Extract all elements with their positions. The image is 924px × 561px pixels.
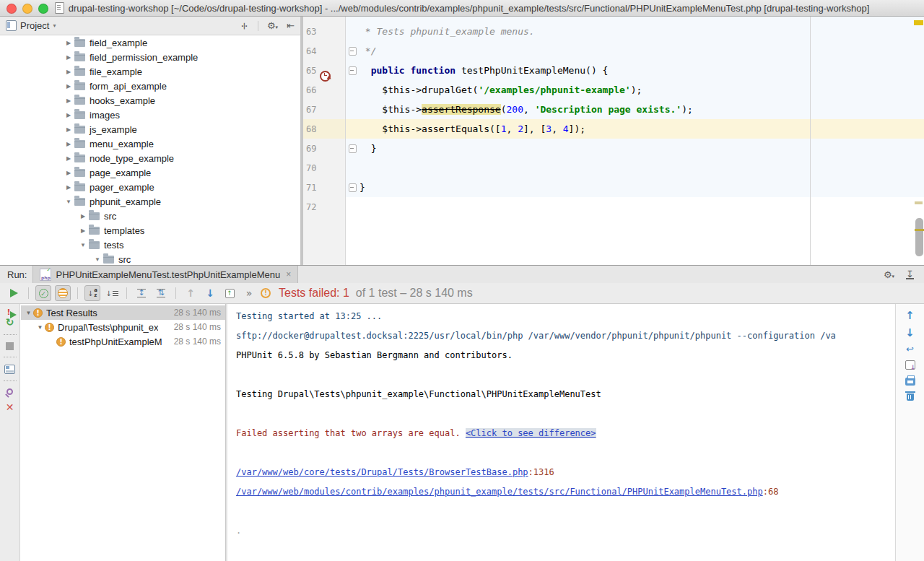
console-file-link[interactable]: /var/www/web/modules/contrib/examples/ph… (236, 487, 763, 497)
editor-line[interactable]: 63 * Tests phpunit_example menus. (303, 22, 924, 41)
editor-line[interactable]: 71} (303, 178, 924, 197)
editor-line[interactable]: 66 $this->drupalGet('/examples/phpunit-e… (303, 80, 924, 100)
chevron-collapsed-icon[interactable]: ▶ (64, 170, 74, 176)
close-window-button[interactable] (6, 4, 17, 14)
sort-alphabetically-toggle[interactable]: ↓az (84, 285, 100, 301)
project-tree-item[interactable]: ▼src (0, 252, 300, 265)
chevron-expanded-icon[interactable]: ▼ (78, 242, 88, 248)
code-text[interactable]: } (359, 182, 924, 193)
project-tree-item[interactable]: ▶templates (0, 223, 300, 238)
rerun-button[interactable] (6, 285, 22, 301)
chevron-collapsed-icon[interactable]: ▶ (64, 141, 74, 147)
hide-run-panel-icon[interactable]: ↧ (906, 270, 914, 279)
close-tab-icon[interactable]: × (286, 269, 291, 279)
expand-all-button[interactable]: ↕ (134, 285, 149, 301)
test-tree-item[interactable]: ▼!Test Results28 s 140 ms (21, 305, 225, 320)
test-tree-item[interactable]: !testPhpUnitExampleM28 s 140 ms (21, 334, 225, 349)
project-tree[interactable]: ▶field_example▶field_permission_example▶… (0, 35, 300, 265)
editor-scrollbar-thumb[interactable] (915, 218, 923, 256)
project-tree-item[interactable]: ▶src (0, 209, 300, 223)
file-status-warning-mark[interactable] (914, 20, 923, 25)
restore-layout-icon[interactable] (4, 365, 15, 374)
chevron-collapsed-icon[interactable]: ▶ (64, 126, 74, 133)
project-tree-item[interactable]: ▶pager_example (0, 180, 300, 194)
editor-line[interactable]: 68 $this->assertEquals([1, 2], [3, 4]); (303, 119, 924, 139)
chevron-collapsed-icon[interactable]: ▶ (64, 83, 74, 90)
chevron-collapsed-icon[interactable]: ▶ (64, 69, 74, 75)
minimize-window-button[interactable] (22, 4, 32, 14)
chevron-expanded-icon[interactable]: ▼ (92, 256, 103, 263)
close-run-panel-icon[interactable]: ✕ (6, 401, 14, 413)
warning-stripe-mark[interactable] (915, 201, 923, 204)
collapse-all-button[interactable]: ⇅ (153, 285, 169, 301)
next-failed-test-button[interactable]: ↓ (202, 285, 218, 301)
more-actions-chevron[interactable]: » (241, 285, 257, 301)
editor-line[interactable]: 67 $this->assertResponse(200, 'Descripti… (303, 100, 924, 119)
test-tree-item[interactable]: ▼!Drupal\Tests\phpunit_ex28 s 140 ms (21, 320, 225, 334)
hide-panel-icon[interactable]: ⇤ (287, 20, 295, 31)
clear-all-icon[interactable] (907, 393, 914, 401)
chevron-expanded-icon[interactable]: ▼ (24, 310, 33, 316)
chevron-collapsed-icon[interactable]: ▶ (64, 112, 74, 118)
project-panel-title[interactable]: Project (20, 20, 49, 31)
code-editor[interactable]: 63 * Tests phpunit_example menus.64 */65… (303, 17, 924, 265)
editor-line[interactable]: 70 (303, 158, 924, 178)
editor-lines[interactable]: 63 * Tests phpunit_example menus.64 */65… (303, 22, 924, 217)
project-tree-item[interactable]: ▶js_example (0, 122, 300, 136)
chevron-collapsed-icon[interactable]: ▶ (64, 54, 74, 61)
chevron-collapsed-icon[interactable]: ▶ (78, 227, 88, 234)
pin-tab-icon[interactable] (6, 388, 13, 395)
soft-wrap-icon[interactable]: ↩ (906, 344, 914, 355)
chevron-collapsed-icon[interactable]: ▶ (78, 213, 88, 219)
print-icon[interactable] (905, 378, 915, 386)
project-tree-item[interactable]: ▼tests (0, 238, 300, 252)
code-text[interactable]: $this->assertEquals([1, 2], [3, 4]); (359, 123, 924, 134)
code-text[interactable]: */ (359, 45, 924, 56)
console-file-link[interactable]: /var/www/web/core/tests/Drupal/Tests/Bro… (236, 467, 528, 477)
code-text[interactable]: * Tests phpunit_example menus. (359, 26, 924, 37)
editor-line[interactable]: 72 (303, 197, 924, 217)
project-settings-gear-icon[interactable]: ⚙▾ (267, 20, 278, 31)
fold-marker-icon[interactable] (349, 144, 357, 153)
sort-by-duration-toggle[interactable]: ↓ (104, 285, 120, 301)
up-stacktrace-icon[interactable]: ↑ (905, 310, 915, 321)
fold-marker-icon[interactable] (349, 183, 357, 192)
warning-stripe-mark-2[interactable] (915, 229, 924, 231)
editor-error-stripe[interactable] (914, 17, 924, 265)
project-tree-item[interactable]: ▶form_api_example (0, 79, 300, 93)
code-text[interactable]: } (359, 143, 924, 154)
project-tree-item[interactable]: ▶images (0, 108, 300, 122)
editor-line[interactable]: 64 */ (303, 41, 924, 61)
run-configuration-tab[interactable]: php PHPUnitExampleMenuTest.testPhpUnitEx… (32, 266, 298, 283)
show-passed-toggle[interactable]: ✓ (35, 285, 51, 301)
diff-link[interactable]: <Click to see difference> (466, 428, 596, 438)
project-tree-item[interactable]: ▶file_example (0, 64, 300, 79)
down-stacktrace-icon[interactable]: ↓ (905, 327, 915, 339)
test-console-output[interactable]: Testing started at 13:25 ...sftp://docke… (227, 304, 895, 561)
locate-file-icon[interactable]: ÷ (239, 22, 250, 30)
code-text[interactable]: $this->assertResponse(200, 'Description … (359, 104, 924, 115)
project-tree-item[interactable]: ▼phpunit_example (0, 194, 300, 209)
chevron-collapsed-icon[interactable]: ▶ (64, 155, 74, 162)
chevron-collapsed-icon[interactable]: ▶ (64, 184, 74, 191)
import-test-results-button[interactable]: ↑ (222, 285, 237, 301)
project-tree-item[interactable]: ▶node_type_example (0, 151, 300, 165)
chevron-expanded-icon[interactable]: ▼ (64, 199, 74, 205)
project-tree-item[interactable]: ▶field_example (0, 35, 300, 50)
test-results-tree[interactable]: ▼!Test Results28 s 140 ms▼!Drupal\Tests\… (21, 304, 225, 561)
code-text[interactable]: $this->drupalGet('/examples/phpunit-exam… (359, 84, 924, 95)
zoom-window-button[interactable] (38, 4, 48, 14)
project-tree-item[interactable]: ▶page_example (0, 165, 300, 180)
chevron-collapsed-icon[interactable]: ▶ (64, 40, 74, 46)
fold-marker-icon[interactable] (349, 66, 357, 75)
run-settings-gear-icon[interactable]: ⚙▾ (884, 269, 894, 280)
scroll-to-end-icon[interactable] (905, 360, 915, 370)
chevron-collapsed-icon[interactable]: ▶ (64, 97, 74, 104)
editor-line[interactable]: 65 public function testPhpUnitExampleMen… (303, 61, 924, 80)
fold-marker-icon[interactable] (349, 47, 357, 56)
project-tool-icon[interactable] (6, 20, 17, 31)
chevron-expanded-icon[interactable]: ▼ (35, 324, 45, 331)
previous-failed-test-button[interactable]: ↑ (183, 285, 199, 301)
stop-button-disabled[interactable] (6, 342, 14, 350)
editor-line[interactable]: 69 } (303, 139, 924, 158)
